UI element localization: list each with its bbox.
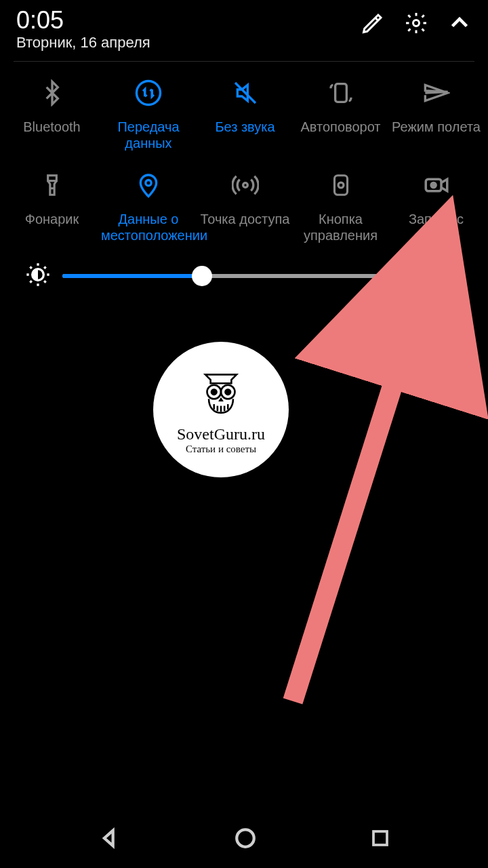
edit-icon[interactable] [361,11,385,38]
tile-label: Bluetooth [23,119,81,135]
slider-fill [62,274,202,278]
brightness-row: Авто [0,243,488,291]
svg-point-4 [146,180,151,186]
location-icon [127,163,170,207]
clock-date: Вторник, 16 апреля [16,34,150,52]
svg-rect-3 [47,176,56,181]
tile-flashlight[interactable]: Фонарик [4,163,100,243]
svg-point-0 [413,20,420,26]
control-button-icon [319,163,363,207]
nav-recent-icon[interactable] [370,828,390,851]
svg-line-15 [293,273,428,701]
bluetooth-icon [30,71,74,115]
brightness-slider[interactable] [62,268,388,284]
tile-label: Точка доступа [201,211,290,227]
airplane-icon [415,71,458,115]
svg-point-1 [137,81,161,105]
status-header: 0:05 Вторник, 16 апреля [0,0,488,57]
svg-point-13 [211,389,217,395]
svg-rect-6 [334,176,347,195]
quick-settings-grid: Bluetooth Передача данных Без звука Авто… [0,62,488,243]
auto-brightness[interactable]: Авто [399,267,464,285]
tile-label: Данные о местоположении [101,211,196,243]
tile-control-button[interactable]: Кнопка управления [293,163,388,243]
tile-mobile-data[interactable]: Передача данных [100,71,197,151]
watermark-logo: SovetGuru.ru Статьи и советы [153,342,289,477]
android-navbar [0,811,488,868]
owl-icon [193,364,249,422]
mobile-data-icon [127,71,170,115]
svg-point-9 [431,183,436,188]
screen-record-icon [415,163,458,207]
tile-mute[interactable]: Без звука [197,71,293,151]
svg-point-5 [243,183,247,188]
slider-thumb[interactable] [192,266,212,286]
tile-auto-rotate[interactable]: Автоповорот [293,71,388,151]
watermark-site: SovetGuru.ru [177,425,265,443]
tile-label: Кнопка управления [294,211,387,243]
tile-bluetooth[interactable]: Bluetooth [4,71,100,151]
auto-brightness-label: Авто [399,267,434,285]
chevron-up-icon[interactable] [447,11,472,38]
auto-rotate-icon [319,71,363,115]
tile-label: Фонарик [25,211,79,227]
hotspot-icon [224,163,267,207]
svg-point-7 [338,182,344,188]
svg-rect-2 [335,84,346,102]
svg-point-14 [225,389,230,395]
tile-screen-record[interactable]: Запись с экрана [388,163,484,243]
watermark-tagline: Статьи и советы [186,443,256,455]
tile-label: Без звука [215,119,274,135]
nav-back-icon[interactable] [98,827,121,852]
nav-home-icon[interactable] [234,827,257,852]
svg-point-16 [237,829,254,847]
tile-label: Передача данных [101,119,196,151]
header-actions [361,11,472,38]
flashlight-icon [30,163,74,207]
clock-block: 0:05 Вторник, 16 апреля [16,8,150,52]
clock-time: 0:05 [16,8,150,33]
tile-location[interactable]: Данные о местоположении [100,163,197,243]
tile-label: Автоповорот [300,119,380,135]
brightness-icon [24,261,52,291]
svg-rect-17 [373,831,387,845]
gear-icon[interactable] [404,11,428,38]
auto-brightness-toggle[interactable] [441,269,464,283]
tile-airplane[interactable]: Режим полета [388,71,484,151]
tile-hotspot[interactable]: Точка доступа [197,163,293,243]
tile-label: Режим полета [392,119,481,135]
tile-label: Запись с экрана [390,211,483,243]
mute-icon [224,71,267,115]
